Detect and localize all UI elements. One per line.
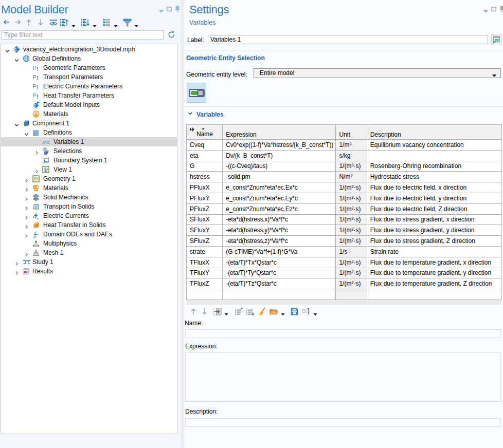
svg-text:P: P [32,74,37,80]
svg-text:P: P [32,65,37,71]
svg-text:a: a [42,138,46,145]
svg-text:P: P [32,83,37,89]
svg-text:P: P [32,92,37,99]
svg-text:dt: dt [33,234,37,238]
